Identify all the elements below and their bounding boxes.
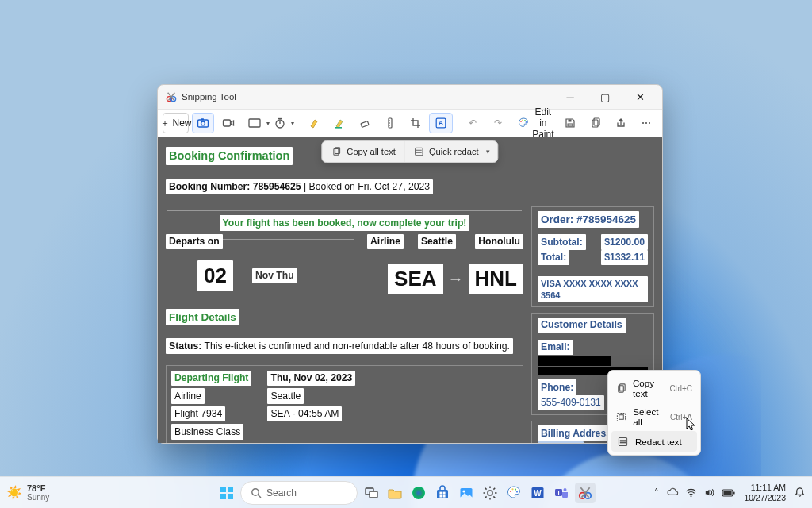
select-all-icon	[616, 410, 626, 423]
svg-rect-28	[334, 149, 339, 156]
highlighter-yellow[interactable]	[302, 113, 326, 133]
notifications-icon[interactable]	[794, 487, 806, 498]
svg-point-73	[564, 488, 567, 491]
copy-icon	[616, 382, 626, 394]
tb-edge[interactable]	[408, 483, 429, 503]
departs-on-label: Departs on	[166, 234, 223, 249]
tb-explorer[interactable]	[385, 483, 405, 503]
wifi-icon[interactable]	[685, 487, 697, 498]
svg-point-65	[510, 490, 511, 491]
svg-rect-36	[619, 414, 624, 419]
highlighter-blue-icon	[333, 117, 346, 129]
new-button-label: New	[173, 117, 192, 129]
text-actions-button[interactable]: A	[429, 113, 453, 133]
highlighter-blue[interactable]	[327, 113, 351, 133]
maximize-button[interactable]: ▢	[588, 86, 622, 108]
tb-snipping-tool[interactable]	[575, 483, 596, 503]
undo-button[interactable]: ↶	[461, 113, 485, 133]
snip-mode-camera[interactable]	[192, 113, 214, 133]
svg-rect-25	[569, 120, 572, 122]
ctx-copy-text[interactable]: Copy text Ctrl+C	[611, 374, 697, 402]
svg-point-21	[522, 120, 523, 121]
quick-redact-button[interactable]: Quick redact ▾	[404, 141, 498, 162]
tb-settings[interactable]	[480, 483, 500, 503]
video-icon	[222, 117, 235, 129]
svg-point-68	[516, 491, 518, 492]
minimize-button[interactable]: ─	[553, 86, 588, 108]
snipping-tool-icon	[166, 91, 177, 102]
eraser-button[interactable]	[353, 113, 377, 133]
clock[interactable]: 11:11 AM 10/27/2023	[744, 483, 786, 502]
text-actions-icon: A	[435, 117, 447, 129]
taskbar-search[interactable]: Search	[240, 481, 358, 505]
chevron-down-icon: ▾	[486, 148, 490, 156]
copy-all-text-button[interactable]: Copy all text	[322, 141, 404, 162]
booking-banner: Your flight has been booked, now complet…	[220, 215, 470, 230]
svg-point-20	[520, 121, 522, 122]
taskbar[interactable]: ☀️ 78°F Sunny Search W T ˄	[0, 476, 812, 508]
svg-rect-27	[594, 118, 599, 125]
ruler-button[interactable]	[378, 113, 402, 133]
chevron-up-icon[interactable]: ˄	[654, 487, 659, 498]
ruler-icon	[384, 117, 396, 129]
copy-button[interactable]	[584, 113, 607, 133]
tb-paint[interactable]	[504, 483, 524, 503]
undo-icon: ↶	[466, 117, 479, 129]
flight-details-heading: Flight Details	[166, 309, 239, 325]
svg-rect-81	[733, 491, 735, 494]
col-to: Honolulu	[475, 234, 523, 249]
svg-rect-47	[370, 491, 377, 498]
close-button[interactable]: ✕	[622, 86, 657, 108]
svg-rect-51	[443, 491, 446, 494]
share-button[interactable]	[610, 113, 632, 133]
ctx-redact-text[interactable]: Redact text	[611, 431, 697, 452]
snip-mode-video[interactable]	[217, 113, 239, 133]
svg-line-63	[493, 487, 495, 489]
svg-point-67	[515, 488, 516, 490]
more-icon: ⋯	[641, 117, 652, 129]
tb-store[interactable]	[432, 483, 453, 503]
window-title: Snipping Tool	[182, 92, 236, 102]
col-from: Seattle	[418, 234, 456, 249]
copy-icon	[590, 117, 601, 129]
camera-icon	[197, 117, 209, 129]
selected-billing-name[interactable]: Ji-an Lee	[538, 441, 584, 443]
col-airline: Airline	[367, 234, 404, 249]
taskbar-center: Search W T	[216, 481, 596, 505]
svg-rect-8	[249, 119, 260, 127]
tb-teams[interactable]: T	[551, 483, 572, 503]
redact-icon	[412, 145, 425, 158]
svg-point-66	[511, 488, 513, 490]
system-tray[interactable]: ˄ 11:11 AM 10/27/2023	[654, 483, 806, 502]
task-view-button[interactable]	[361, 483, 381, 503]
redo-button[interactable]: ↷	[486, 113, 510, 133]
svg-point-78	[691, 495, 692, 497]
svg-rect-49	[437, 490, 448, 498]
crop-button[interactable]	[404, 113, 427, 133]
ctx-select-all[interactable]: Select all Ctrl+A	[611, 402, 697, 431]
markup-tools: A ↶ ↷	[302, 113, 510, 133]
speaker-icon[interactable]	[703, 487, 715, 498]
battery-icon[interactable]	[722, 488, 736, 498]
search-icon	[251, 487, 262, 498]
tb-word[interactable]: W	[527, 483, 548, 503]
svg-rect-34	[620, 383, 626, 390]
more-button[interactable]: ⋯	[635, 113, 657, 133]
search-placeholder: Search	[266, 487, 297, 498]
edit-in-paint-button[interactable]: Edit in Paint	[516, 113, 556, 133]
titlebar[interactable]: Snipping Tool ─ ▢ ✕	[158, 85, 662, 109]
tb-photos[interactable]	[456, 483, 477, 503]
highlighter-yellow-icon	[308, 117, 320, 129]
onedrive-icon[interactable]	[667, 487, 679, 498]
new-button[interactable]: ＋ New	[163, 113, 189, 133]
snip-shape-dropdown[interactable]	[248, 113, 270, 133]
departing-flight-heading: Departing Flight	[171, 371, 251, 386]
start-button[interactable]	[216, 483, 237, 503]
weather-widget[interactable]: ☀️ 78°F Sunny	[6, 483, 49, 502]
delay-dropdown[interactable]	[274, 113, 296, 133]
save-button[interactable]	[559, 113, 581, 133]
customer-details-heading: Customer Details	[538, 318, 626, 333]
code-to: HNL	[469, 264, 523, 294]
desktop: Snipping Tool ─ ▢ ✕ ＋ New	[0, 0, 812, 508]
svg-rect-35	[617, 413, 625, 421]
